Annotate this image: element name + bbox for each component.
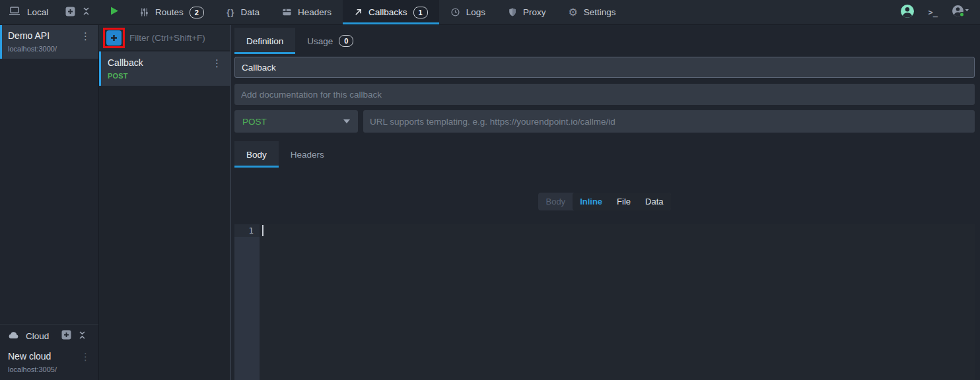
cloud-environment-name: New cloud (8, 351, 51, 362)
callback-method-badge: POST (108, 72, 222, 80)
topbar: Local (0, 0, 980, 25)
editor-gutter: 1 (234, 224, 260, 380)
content-area: Demo API ⋮ localhost:3000/ Cloud (0, 25, 980, 380)
kebab-menu-icon[interactable]: ⋮ (212, 58, 222, 68)
nav-tab-settings[interactable]: ⚙ Settings (557, 0, 627, 24)
http-method-select[interactable]: POST (234, 110, 358, 133)
line-number: 1 (234, 224, 260, 237)
body-type-option-body[interactable]: Body (538, 193, 573, 210)
nav-tab-headers[interactable]: Headers (271, 0, 343, 24)
nav-tab-label: Settings (584, 7, 616, 17)
collapse-vertical-icon (82, 7, 90, 18)
nav-tab-label: Routes (155, 7, 184, 17)
callback-name: Callback (108, 57, 143, 68)
tab-label: Body (246, 150, 267, 160)
selected-method: POST (242, 117, 267, 127)
gear-icon: ⚙ (568, 7, 577, 18)
nav-tab-label: Callbacks (368, 7, 407, 17)
headers-card-icon (282, 7, 292, 17)
cloud-section-label: Cloud (26, 331, 49, 341)
plus-square-icon (65, 7, 75, 18)
terminal-icon[interactable]: >_ (928, 8, 938, 17)
tab-label: Headers (291, 150, 324, 160)
callback-documentation-input[interactable] (234, 84, 975, 105)
cloud-environment-host: localhost:3005/ (8, 365, 90, 373)
kebab-menu-icon[interactable]: ⋮ (81, 31, 90, 41)
cloud-section: Cloud (0, 324, 98, 380)
tab-label: Usage (307, 36, 333, 46)
arrow-up-right-icon (354, 8, 363, 16)
callback-editor-panel: Definition Usage 0 POST Body (231, 25, 980, 380)
cloud-environment-item[interactable]: New cloud ⋮ localhost:3005/ (0, 346, 98, 375)
add-cloud-environment-button[interactable] (61, 330, 71, 342)
tab-definition[interactable]: Definition (234, 28, 295, 54)
body-type-option-data[interactable]: Data (638, 193, 670, 210)
body-type-option-file[interactable]: File (610, 193, 638, 210)
chevron-down-icon (343, 119, 350, 123)
nav-tab-callbacks[interactable]: Callbacks 1 (343, 0, 439, 24)
callbacks-filter-input[interactable] (129, 33, 227, 43)
collapse-vertical-icon (78, 331, 87, 342)
body-type-toggle: Body Inline File Data (538, 193, 670, 210)
tab-label: Definition (246, 36, 283, 46)
collapse-cloud-button[interactable] (78, 331, 87, 342)
callbacks-list-panel: Callback ⋮ POST (99, 25, 231, 380)
nav-tab-routes[interactable]: Routes 2 (128, 0, 215, 24)
play-icon (110, 6, 119, 18)
editor-code-area[interactable] (260, 224, 975, 380)
callbacks-filter-bar (99, 25, 230, 50)
shield-icon (508, 7, 517, 17)
routes-count-badge: 2 (190, 7, 204, 18)
environment-name: Demo API (8, 30, 50, 41)
callback-url-input[interactable] (363, 110, 975, 133)
body-code-editor: 1 (234, 224, 975, 380)
account-menu-icon[interactable] (952, 4, 969, 20)
nav-tab-label: Headers (298, 7, 332, 17)
add-callback-button[interactable] (106, 30, 122, 46)
plus-icon (110, 34, 118, 42)
add-local-environment-button[interactable] (65, 7, 75, 18)
laptop-icon (9, 6, 20, 18)
start-server-button[interactable] (99, 0, 128, 24)
callback-list-item[interactable]: Callback ⋮ POST (99, 51, 230, 86)
nav-tab-label: Logs (466, 7, 485, 17)
collapse-environments-button[interactable] (82, 7, 90, 18)
tab-headers[interactable]: Headers (279, 141, 336, 168)
local-instance-section: Local (0, 0, 99, 24)
topbar-right-actions: >_ (900, 0, 980, 24)
kebab-menu-icon[interactable]: ⋮ (81, 352, 90, 362)
nav-tab-label: Proxy (523, 7, 546, 17)
main-navigation: Routes 2 {} Data Headers Callbacks (128, 0, 627, 24)
nav-tab-data[interactable]: {} Data (215, 0, 271, 24)
definition-usage-tabs: Definition Usage 0 (234, 28, 975, 54)
environment-host: localhost:3000/ (8, 45, 90, 53)
body-type-option-group: Inline File Data (573, 193, 670, 210)
environment-item-demo-api[interactable]: Demo API ⋮ localhost:3000/ (0, 25, 98, 59)
tab-body[interactable]: Body (234, 141, 279, 168)
tab-usage[interactable]: Usage 0 (295, 28, 365, 54)
cloud-section-header: Cloud (0, 325, 98, 346)
usage-count-badge: 0 (339, 35, 353, 47)
history-clock-icon (450, 7, 460, 17)
method-url-row: POST (234, 110, 975, 133)
body-type-option-inline[interactable]: Inline (573, 193, 610, 210)
body-type-toggle-row: Body Inline File Data (234, 193, 975, 210)
body-headers-tabs: Body Headers (234, 141, 975, 168)
callback-name-input[interactable] (234, 57, 975, 78)
callbacks-count-badge: 1 (413, 7, 428, 18)
nav-tab-label: Data (240, 7, 260, 17)
plus-square-icon (61, 330, 71, 342)
nav-tab-proxy[interactable]: Proxy (497, 0, 557, 24)
account-avatar-icon[interactable] (900, 4, 915, 21)
braces-icon: {} (227, 7, 235, 17)
route-sliders-icon (139, 7, 149, 17)
cloud-icon (8, 330, 19, 342)
nav-tab-logs[interactable]: Logs (439, 0, 497, 24)
sidebar-spacer (0, 59, 98, 324)
mockoon-app: Local (0, 0, 980, 380)
text-cursor (262, 225, 263, 236)
environments-sidebar: Demo API ⋮ localhost:3000/ Cloud (0, 25, 99, 380)
local-section-label: Local (27, 7, 48, 17)
